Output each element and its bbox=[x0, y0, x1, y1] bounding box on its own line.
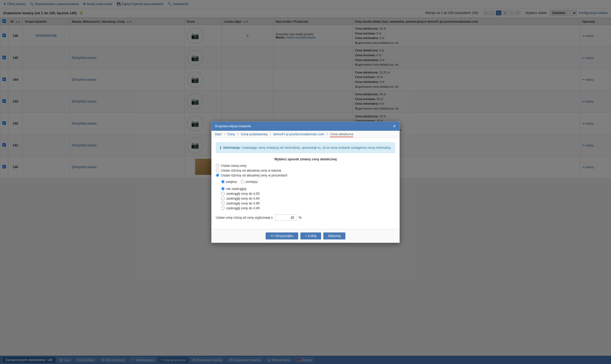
breadcrumb-current: Cena detaliczna bbox=[330, 132, 353, 137]
radio-group-method: Ustaw nową cenę Ustaw różnicę od aktualn… bbox=[216, 164, 395, 177]
round-none[interactable]: nie zaokrąglaj bbox=[221, 187, 395, 189]
info-box: ℹ Informacja: Ustawiając cenę mniejszą o… bbox=[216, 142, 395, 153]
breadcrumb-ceny[interactable]: Ceny bbox=[227, 132, 235, 136]
radio-diff-percent[interactable] bbox=[216, 174, 219, 177]
form-section-title: Wybierz sposób zmiany ceny detalicznej bbox=[216, 157, 395, 161]
group-edit-modal: Grupowa edycja towarów × Start > Ceny > … bbox=[211, 121, 400, 189]
modal-overlay[interactable]: Grupowa edycja towarów × Start > Ceny > … bbox=[0, 0, 611, 189]
option-increase[interactable]: zwiększ bbox=[221, 180, 237, 184]
info-text: Informacja: Ustawiając cenę mniejszą od … bbox=[223, 145, 391, 150]
modal-breadcrumb: Start > Ceny > Cenę podstawową > demo47-… bbox=[211, 131, 400, 138]
radio-new-price[interactable] bbox=[216, 164, 219, 167]
inline-options-direction: zwiększ zmniejsz bbox=[221, 180, 395, 184]
option-new-price[interactable]: Ustaw nową cenę bbox=[216, 164, 395, 168]
modal-header: Grupowa edycja towarów × bbox=[211, 122, 400, 131]
breadcrumb-cene-podstawowa[interactable]: Cenę podstawową bbox=[241, 132, 268, 136]
modal-body: ℹ Informacja: Ustawiając cenę mniejszą o… bbox=[211, 138, 400, 189]
radio-decrease[interactable] bbox=[241, 180, 244, 183]
form-section: Wybierz sposób zmiany ceny detalicznej U… bbox=[216, 157, 395, 189]
info-icon: ℹ bbox=[220, 146, 221, 150]
modal-close-btn[interactable]: × bbox=[392, 124, 396, 129]
radio-increase[interactable] bbox=[221, 180, 225, 183]
radio-diff-amount[interactable] bbox=[216, 169, 219, 172]
modal-title: Grupowa edycja towarów bbox=[215, 124, 251, 128]
option-diff-percent[interactable]: Ustaw różnicę od aktualnej ceny w procen… bbox=[216, 174, 395, 177]
option-decrease[interactable]: zmniejsz bbox=[241, 180, 258, 184]
breadcrumb-start[interactable]: Start bbox=[215, 132, 221, 136]
rounding-options: nie zaokrąglaj zaokrąglij cenę do #,00 z… bbox=[221, 187, 395, 189]
breadcrumb-domain[interactable]: demo47-pl.yourtecnicaldomain.com bbox=[273, 132, 324, 136]
radio-round-none[interactable] bbox=[221, 187, 225, 189]
info-label: Informacja: bbox=[223, 146, 241, 150]
option-diff-amount[interactable]: Ustaw różnicę od aktualnej ceny w kwocie bbox=[216, 169, 395, 172]
